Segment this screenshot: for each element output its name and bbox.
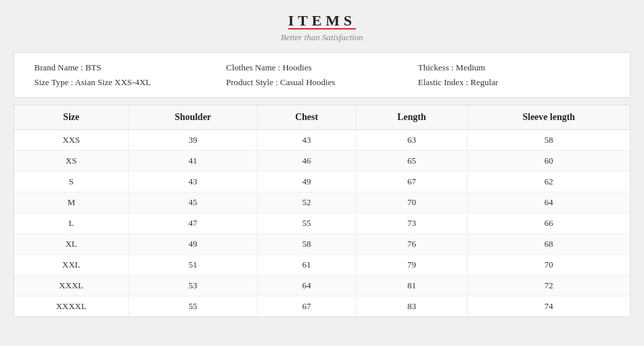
table-row: XXS39436358 <box>14 130 630 151</box>
table-cell: 60 <box>468 151 630 172</box>
size-table: Size Shoulder Chest Length Sleeve length… <box>14 105 630 316</box>
header-section: ITEMS Better than Satisfaction <box>281 12 364 43</box>
table-cell: 58 <box>468 130 630 151</box>
table-cell: 79 <box>356 255 468 276</box>
table-cell: XXL <box>14 255 129 276</box>
page-title: ITEMS <box>281 12 364 30</box>
table-cell: 68 <box>468 234 630 255</box>
table-cell: 55 <box>129 296 258 317</box>
subtitle: Better than Satisfaction <box>281 32 364 43</box>
table-cell: M <box>14 192 129 213</box>
table-cell: 39 <box>129 130 258 151</box>
col-header-sleeve: Sleeve length <box>468 105 630 130</box>
elastic-index: Elastic Index : Regular <box>418 77 610 88</box>
table-cell: 70 <box>356 192 468 213</box>
table-cell: 46 <box>257 151 356 172</box>
table-cell: 58 <box>257 234 356 255</box>
table-row: M45527064 <box>14 192 630 213</box>
table-row: L47557366 <box>14 213 630 234</box>
table-cell: 67 <box>257 296 356 317</box>
table-cell: 73 <box>356 213 468 234</box>
page-wrapper: ITEMS Better than Satisfaction Brand Nam… <box>0 0 644 346</box>
table-cell: 70 <box>468 255 630 276</box>
table-row: XXXL53648172 <box>14 276 630 296</box>
table-cell: 45 <box>129 192 258 213</box>
table-row: S43496762 <box>14 172 630 192</box>
table-cell: XXXL <box>14 276 129 296</box>
table-cell: 53 <box>129 276 258 296</box>
table-cell: 63 <box>356 130 468 151</box>
table-row: XL49587668 <box>14 234 630 255</box>
table-cell: 49 <box>129 234 258 255</box>
table-cell: 72 <box>468 276 630 296</box>
table-cell: L <box>14 213 129 234</box>
table-cell: 65 <box>356 151 468 172</box>
table-cell: 74 <box>468 296 630 317</box>
table-cell: 41 <box>129 151 258 172</box>
table-cell: 51 <box>129 255 258 276</box>
table-cell: 83 <box>356 296 468 317</box>
table-header-row: Size Shoulder Chest Length Sleeve length <box>14 105 630 130</box>
col-header-length: Length <box>356 105 468 130</box>
table-cell: 61 <box>257 255 356 276</box>
brand-name: Brand Name : BTS <box>34 62 226 73</box>
info-box: Brand Name : BTS Clothes Name : Hoodies … <box>13 52 631 98</box>
table-body: XXS39436358XS41466560S43496762M45527064L… <box>14 130 630 317</box>
table-cell: 49 <box>257 172 356 192</box>
size-type: Size Type : Asian Size XXS-4XL <box>34 77 226 88</box>
table-cell: 76 <box>356 234 468 255</box>
table-cell: 66 <box>468 213 630 234</box>
table-cell: 67 <box>356 172 468 192</box>
table-cell: 64 <box>468 192 630 213</box>
table-cell: XXS <box>14 130 129 151</box>
table-cell: 81 <box>356 276 468 296</box>
table-cell: 62 <box>468 172 630 192</box>
product-style: Product Style : Casual Hoodies <box>226 77 418 88</box>
col-header-shoulder: Shoulder <box>129 105 258 130</box>
table-cell: XXXXL <box>14 296 129 317</box>
clothes-name: Clothes Name : Hoodies <box>226 62 418 73</box>
col-header-chest: Chest <box>257 105 356 130</box>
table-cell: XL <box>14 234 129 255</box>
table-cell: 64 <box>257 276 356 296</box>
table-cell: 43 <box>257 130 356 151</box>
size-table-container: Size Shoulder Chest Length Sleeve length… <box>13 105 631 317</box>
table-row: XXL51617970 <box>14 255 630 276</box>
col-header-size: Size <box>14 105 129 130</box>
table-row: XS41466560 <box>14 151 630 172</box>
table-row: XXXXL55678374 <box>14 296 630 317</box>
table-cell: 52 <box>257 192 356 213</box>
table-cell: 55 <box>257 213 356 234</box>
table-cell: 47 <box>129 213 258 234</box>
table-cell: 43 <box>129 172 258 192</box>
table-cell: S <box>14 172 129 192</box>
table-cell: XS <box>14 151 129 172</box>
thickness: Thickess : Medium <box>418 62 610 73</box>
